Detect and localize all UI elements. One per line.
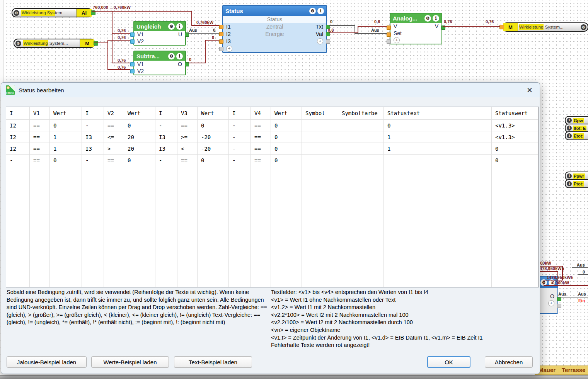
table-cell[interactable]: I3 [155, 131, 177, 143]
table-cell[interactable]: == [177, 120, 198, 131]
table-cell[interactable]: 0 [124, 120, 155, 131]
table-cell[interactable]: I3 [155, 143, 177, 155]
gear-icon[interactable]: ⚙ [168, 53, 175, 59]
table-cell[interactable]: - [229, 155, 251, 166]
gear-icon[interactable]: ⚙ [424, 15, 431, 22]
table-cell[interactable]: - [82, 155, 104, 166]
object-pill-wirkleistung-m[interactable]: ⚙ Wirkleistung System... M [14, 39, 95, 48]
node-subtrahierer[interactable]: Subtra... ⚙ i V1O V2 [133, 51, 186, 75]
table-cell[interactable] [302, 143, 338, 155]
node-ungleich[interactable]: Ungleich ⚙ i V1U V2 [133, 21, 186, 46]
table-cell[interactable]: == [251, 143, 271, 155]
table-cell[interactable]: 0 [198, 120, 229, 131]
table-cell[interactable]: 0 [384, 120, 492, 131]
table-cell[interactable]: - [229, 131, 251, 143]
info-icon[interactable]: i [567, 126, 572, 131]
table-cell[interactable]: 0 [198, 155, 229, 166]
table-cell[interactable]: 20 [124, 143, 155, 155]
table-cell[interactable]: - [229, 120, 251, 131]
table-cell[interactable]: I2 [6, 143, 30, 155]
table-cell[interactable]: 0 [50, 120, 82, 131]
table-cell[interactable]: 0 [271, 131, 302, 143]
table-cell[interactable]: 0 [124, 155, 155, 166]
load-text-example-button[interactable]: Text-Beispiel laden [174, 356, 252, 368]
gear-icon[interactable]: ⚙ [168, 23, 175, 30]
table-cell[interactable] [384, 155, 492, 166]
table-cell[interactable]: == [251, 120, 271, 131]
table-cell[interactable]: I2 [6, 131, 30, 143]
table-cell[interactable]: < [177, 143, 198, 155]
info-icon[interactable]: i [567, 181, 572, 186]
table-cell[interactable]: - [155, 120, 177, 131]
table-cell[interactable]: 1 [50, 131, 82, 143]
table-cell[interactable] [302, 120, 338, 131]
table-cell[interactable]: 1 [384, 131, 492, 143]
add-input-button[interactable]: + [226, 46, 232, 52]
table-cell[interactable] [338, 120, 384, 131]
table-cell[interactable]: 20 [124, 131, 155, 143]
table-cell[interactable]: 1 [50, 143, 82, 155]
load-jalousie-example-button[interactable]: Jalousie-Beispiel laden [7, 356, 87, 368]
table-cell[interactable]: -20 [198, 131, 229, 143]
object-pill-ptot[interactable]: iPtot: [565, 179, 588, 188]
table-cell[interactable] [338, 143, 384, 155]
info-icon[interactable]: i [176, 53, 183, 59]
object-pill-wirkleistung-m-right[interactable]: M Wirkleistung System... ⚙ [503, 22, 588, 32]
table-cell[interactable]: - [6, 155, 30, 166]
info-icon[interactable]: i [176, 23, 183, 30]
table-cell[interactable]: 0 [492, 155, 539, 166]
table-cell[interactable]: == [30, 143, 50, 155]
add-output-button[interactable]: + [317, 38, 323, 44]
node-status[interactable]: Status ⚙ i Status I1ZentralTxt I2Energie… [222, 5, 327, 53]
info-icon[interactable]: i [433, 15, 439, 22]
table-cell[interactable]: I2 [6, 120, 30, 131]
info-icon[interactable]: i [567, 118, 572, 123]
object-pill-wirkleistung-ai[interactable]: ⚙ Wirkleistung System AI [12, 8, 92, 17]
load-werte-example-button[interactable]: Werte-Beispiel laden [91, 356, 169, 368]
table-cell[interactable]: 0 [271, 155, 302, 166]
table-cell[interactable]: 0 [271, 143, 302, 155]
cancel-button[interactable]: Abbrechen [485, 356, 533, 368]
dialog-titlebar[interactable]: CONFIG Status bearbeiten ✕ [1, 83, 540, 97]
table-cell[interactable] [338, 131, 384, 143]
table-cell[interactable] [302, 131, 338, 143]
table-cell[interactable]: == [251, 131, 271, 143]
table-cell[interactable]: <v1.3> [492, 120, 539, 131]
table-cell[interactable] [302, 155, 338, 166]
ok-button[interactable]: OK [427, 356, 470, 368]
info-icon[interactable]: i [317, 8, 324, 14]
gear-icon[interactable]: ⚙ [15, 41, 21, 46]
table-cell[interactable]: 0 [492, 143, 539, 155]
table-cell[interactable]: 0 [50, 155, 82, 166]
table-cell[interactable]: 0 [271, 120, 302, 131]
table-cell[interactable]: == [30, 131, 50, 143]
gear-icon[interactable]: ⚙ [581, 24, 586, 30]
object-pill-etot[interactable]: iEtot: [565, 131, 588, 140]
table-cell[interactable]: <v1.3> [492, 131, 539, 143]
horizontal-scrollbar[interactable] [0, 375, 588, 379]
table-cell[interactable]: == [104, 155, 124, 166]
condition-table[interactable]: IV1WertIV2WertIV3WertIV4WertSymbolSymbol… [6, 107, 539, 287]
table-cell[interactable]: - [82, 120, 104, 131]
table-cell[interactable]: == [30, 155, 50, 166]
table-cell[interactable]: -20 [198, 143, 229, 155]
table-cell[interactable]: I3 [82, 143, 104, 155]
table-cell[interactable]: I3 [82, 131, 104, 143]
table-cell[interactable]: - [229, 143, 251, 155]
node-analog[interactable]: Analog... ⚙ i VV Set + [390, 13, 442, 44]
table-cell[interactable]: == [177, 155, 198, 166]
add-output-button[interactable]: + [548, 300, 554, 306]
table-cell[interactable] [338, 155, 384, 166]
add-input-button[interactable]: + [394, 37, 400, 43]
table-cell[interactable]: <= [104, 131, 124, 143]
info-icon[interactable]: i [567, 133, 572, 138]
close-icon[interactable]: ✕ [524, 85, 535, 95]
gear-icon[interactable]: ⚙ [309, 8, 316, 14]
table-cell[interactable]: >= [177, 131, 198, 143]
table-cell[interactable]: == [104, 120, 124, 131]
info-icon[interactable]: i [567, 173, 572, 178]
table-cell[interactable]: == [251, 155, 271, 166]
table-cell[interactable]: > [104, 143, 124, 155]
table-cell[interactable]: == [30, 120, 50, 131]
table-cell[interactable]: - [155, 155, 177, 166]
